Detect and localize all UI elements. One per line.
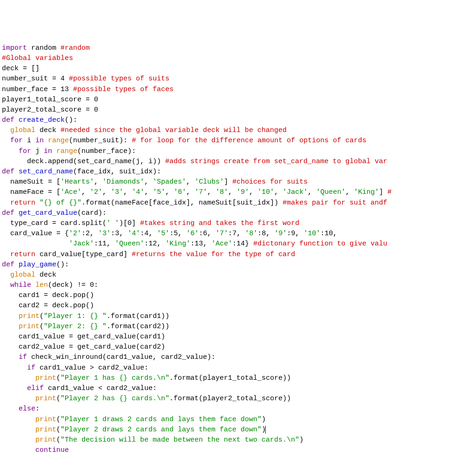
code-token: '5'	[157, 230, 169, 238]
code-line[interactable]: nameFace = ['Ace', '2', '3', '4', '5', '…	[2, 187, 463, 198]
code-line[interactable]: print("Player 1 draws 2 cards and lays t…	[2, 415, 463, 425]
code-token: ' '	[107, 219, 119, 227]
code-line[interactable]: for i in range(number_suit): # for loop …	[2, 136, 463, 146]
code-token: 'Jack'	[69, 240, 94, 248]
code-line[interactable]: player1_total_score = 0	[2, 95, 463, 105]
code-token: 'Ace'	[211, 240, 232, 248]
code-line[interactable]: while len(deck) != 0:	[2, 280, 463, 291]
code-token: :	[140, 230, 144, 238]
code-token: for	[19, 147, 31, 155]
code-line[interactable]: global deck	[2, 270, 463, 280]
code-token	[69, 86, 73, 93]
code-token: '3'	[111, 188, 123, 196]
code-token: ():	[65, 116, 77, 124]
code-editor[interactable]: import random #random#Global variablesde…	[2, 43, 463, 456]
code-line[interactable]: number_suit = 4 #possible types of suits	[2, 74, 463, 84]
code-line[interactable]: player2_total_score = 0	[2, 105, 463, 115]
code-line[interactable]: print("Player 2: {} ".format(card2))	[2, 322, 463, 332]
code-line[interactable]: def create_deck():	[2, 115, 463, 126]
code-token	[2, 251, 10, 258]
code-token: '2'	[90, 188, 102, 196]
code-token: ]	[379, 188, 387, 196]
code-line[interactable]: elif card1_value < card2_value:	[2, 383, 463, 394]
code-token	[44, 137, 48, 145]
code-token: 11	[98, 240, 107, 248]
code-token	[2, 353, 19, 361]
code-token: '7'	[215, 230, 228, 238]
code-token: :	[190, 240, 195, 248]
code-token	[2, 147, 19, 155]
code-line[interactable]: print("Player 2 draws 2 cards and lays t…	[2, 425, 463, 435]
code-token: ,	[123, 188, 132, 196]
code-line[interactable]: continue	[2, 445, 463, 456]
code-line[interactable]: number_face = 13 #possible types of face…	[2, 85, 463, 95]
code-token: get_card_value	[19, 209, 77, 217]
code-token: (	[40, 312, 44, 320]
code-token: 4	[60, 75, 65, 83]
code-token: :	[287, 230, 291, 238]
code-token: (	[56, 395, 60, 403]
code-token: .format(nameFace[face_idx], nameSuit[sui…	[81, 199, 282, 207]
code-token: card_value[type_card]	[35, 251, 132, 258]
code-token: '4'	[127, 230, 140, 238]
code-line[interactable]: print("Player 2 has {} cards.\n".format(…	[2, 394, 463, 404]
code-line[interactable]: print("Player 1 has {} cards.\n".format(…	[2, 373, 463, 383]
code-line[interactable]: deck = []	[2, 64, 463, 74]
code-token: # for loop for the difference amount of …	[132, 137, 366, 145]
code-token: random	[27, 44, 60, 52]
code-line[interactable]: nameSuit = ['Hearts', 'Diamonds', 'Spade…	[2, 177, 463, 187]
code-line[interactable]: global deck #needed since the global var…	[2, 126, 463, 136]
code-token: print	[35, 374, 56, 382]
code-token: print	[35, 395, 56, 403]
code-token: '9'	[236, 188, 249, 196]
code-line[interactable]: if card1_value > card2_value:	[2, 363, 463, 373]
code-line[interactable]: deck.append(set_card_name(j, i)) #adds s…	[2, 157, 463, 167]
code-token: deck.append(set_card_name(j, i))	[2, 158, 165, 165]
code-token	[35, 199, 40, 207]
code-token: #returns the value for the type of card	[132, 251, 295, 258]
code-token: set_card_name	[19, 168, 73, 176]
code-line[interactable]: def get_card_value(card):	[2, 208, 463, 218]
code-line[interactable]: print("Player 1: {} ".format(card1))	[2, 311, 463, 322]
code-line[interactable]: card2_value = get_card_value(card2)	[2, 342, 463, 352]
code-line[interactable]: return "{} of {}".format(nameFace[face_i…	[2, 198, 463, 208]
code-line[interactable]: type_card = card.split(' ')[0] #takes st…	[2, 218, 463, 229]
code-token: 'Queen'	[316, 188, 345, 196]
code-line[interactable]: print("The decision will be made between…	[2, 435, 463, 445]
code-token: #possible types of faces	[73, 86, 174, 93]
code-token: play_game	[19, 261, 56, 269]
code-token: def	[2, 209, 14, 217]
code-token: number_face =	[2, 86, 60, 93]
code-token: while	[10, 281, 31, 289]
code-token: (deck) !=	[48, 281, 90, 289]
code-token: ,	[165, 188, 174, 196]
code-token: def	[2, 168, 14, 176]
code-token: :	[94, 281, 98, 289]
code-line[interactable]: card1_value = get_card_value(card1)	[2, 332, 463, 342]
code-line[interactable]: else:	[2, 404, 463, 414]
code-token: global	[10, 271, 35, 279]
code-token: if	[27, 364, 35, 372]
code-line[interactable]: if check_win_inround(card1_value, card2_…	[2, 352, 463, 363]
code-token: 'Queen'	[115, 240, 144, 248]
code-line[interactable]: card2 = deck.pop()	[2, 301, 463, 311]
code-token: :	[81, 230, 86, 238]
code-token	[2, 137, 10, 145]
code-line[interactable]: 'Jack':11, 'Queen':12, 'King':13, 'Ace':…	[2, 239, 463, 249]
code-line[interactable]: return card_value[type_card] #returns th…	[2, 250, 463, 260]
code-line[interactable]: for j in range(number_face):	[2, 146, 463, 157]
code-token: (	[56, 374, 60, 382]
code-token: (number_suit):	[69, 137, 132, 145]
code-line[interactable]: def set_card_name(face_idx, suit_idx):	[2, 167, 463, 177]
code-token: ,	[148, 230, 157, 238]
code-token: nameFace = [	[2, 188, 60, 196]
code-line[interactable]: card_value = {'2':2, '3':3, '4':4, '5':5…	[2, 229, 463, 239]
code-token: player1_total_score =	[2, 96, 94, 104]
code-line[interactable]: import random #random	[2, 43, 463, 53]
code-line[interactable]: card1 = deck.pop()	[2, 291, 463, 301]
code-token: ,	[107, 240, 115, 248]
code-line[interactable]: #Global variables	[2, 53, 463, 64]
code-token: ,	[308, 188, 316, 196]
code-token: def	[2, 116, 14, 124]
code-line[interactable]: def play_game():	[2, 260, 463, 270]
